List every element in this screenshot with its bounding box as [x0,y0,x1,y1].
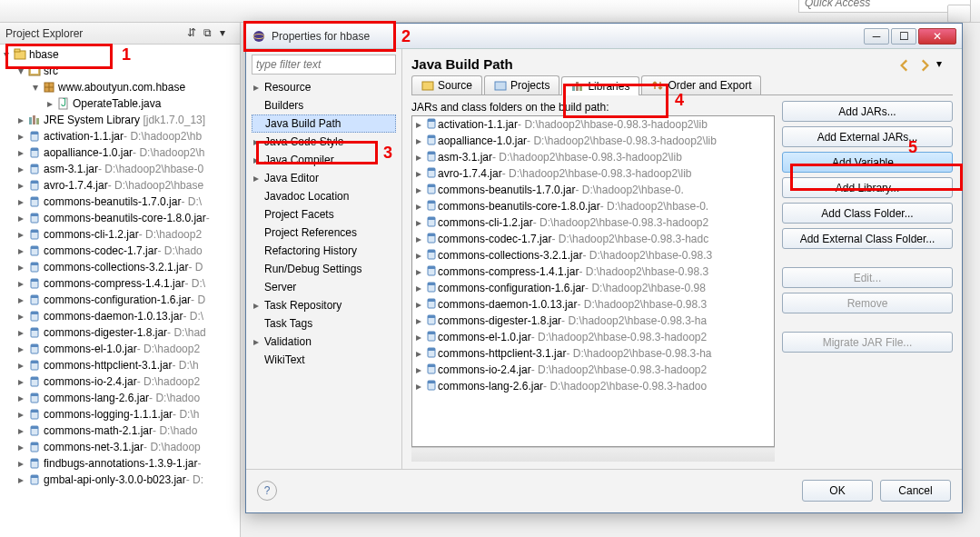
jar-item[interactable]: ▸commons-configuration-1.6.jar - D [0,292,240,308]
add-external-jars-button[interactable]: Add External JARs... [782,126,953,147]
tab-libraries[interactable]: Libraries [561,76,639,95]
tab-source[interactable]: Source [411,75,482,94]
buildpath-jar-row[interactable]: ▸commons-configuration-1.6.jar - D:\hado… [412,280,774,296]
category-item[interactable]: Java Build Path [252,114,396,133]
src-folder[interactable]: ▾ src [0,63,240,79]
chevron-right-icon[interactable]: ▸ [18,130,27,143]
buildpath-jar-row[interactable]: ▸asm-3.1.jar - D:\hadoop2\hbase-0.98.3-h… [412,149,774,165]
edit-button[interactable]: Edit... [782,267,953,288]
jar-item[interactable]: ▸gmbal-api-only-3.0.0-b023.jar - D: [0,472,240,488]
jars-list[interactable]: ▸activation-1.1.jar - D:\hadoop2\hbase-0… [411,115,775,447]
category-item[interactable]: Builders [252,96,396,114]
chevron-right-icon[interactable]: ▸ [416,249,425,262]
category-item[interactable]: ▸Java Compiler [252,151,396,169]
java-file[interactable]: ▸ J OperateTable.java [0,95,240,112]
dialog-titlebar[interactable]: Properties for hbase ─ ☐ ✕ [246,24,962,49]
chevron-right-icon[interactable]: ▸ [18,473,27,486]
chevron-right-icon[interactable]: ▸ [416,314,425,327]
category-item[interactable]: Task Tags [252,314,396,333]
chevron-right-icon[interactable]: ▸ [47,97,56,110]
chevron-right-icon[interactable]: ▸ [18,441,27,453]
explorer-tree[interactable]: ▾ hbase ▾ src ▾ www.aboutyun.com.hbase ▸… [0,45,240,535]
package-node[interactable]: ▾ www.aboutyun.com.hbase [0,79,240,95]
chevron-right-icon[interactable]: ▸ [18,310,27,323]
add-jars-button[interactable]: Add JARs... [782,101,953,122]
chevron-right-icon[interactable]: ▸ [416,282,425,294]
jar-item[interactable]: ▸commons-io-2.4.jar - D:\hadoop2 [0,373,240,390]
jar-item[interactable]: ▸commons-logging-1.1.1.jar - D:\h [0,406,240,423]
add-class-folder-button[interactable]: Add Class Folder... [782,203,953,224]
jar-item[interactable]: ▸asm-3.1.jar - D:\hadoop2\hbase-0 [0,161,240,177]
chevron-right-icon[interactable]: ▸ [18,195,27,208]
chevron-right-icon[interactable]: ▸ [253,335,262,348]
jre-library[interactable]: ▸ JRE System Library [jdk1.7.0_13] [0,112,240,128]
chevron-right-icon[interactable]: ▸ [416,347,425,360]
jar-item[interactable]: ▸commons-compress-1.4.1.jar - D:\ [0,275,240,292]
chevron-down-icon[interactable]: ▾ [4,48,13,61]
jar-item[interactable]: ▸aopalliance-1.0.jar - D:\hadoop2\h [0,144,240,161]
jar-item[interactable]: ▸commons-cli-1.2.jar - D:\hadoop2 [0,226,240,243]
category-item[interactable]: Project Facets [252,205,396,224]
chevron-right-icon[interactable]: ▸ [416,265,425,278]
dropdown-arrow-icon[interactable]: ▾ [936,57,953,72]
jar-item[interactable]: ▸commons-digester-1.8.jar - D:\had [0,324,240,341]
category-item[interactable]: Server [252,278,396,296]
jar-item[interactable]: ▸commons-beanutils-core-1.8.0.jar - [0,210,240,226]
chevron-right-icon[interactable]: ▸ [18,114,27,126]
jar-item[interactable]: ▸commons-math-2.1.jar - D:\hado [0,423,240,439]
add-variable-button[interactable]: Add Variable... [782,152,953,173]
migrate-jar-button[interactable]: Migrate JAR File... [782,332,953,353]
chevron-right-icon[interactable]: ▸ [253,299,262,312]
chevron-down-icon[interactable]: ▾ [18,65,27,77]
jar-item[interactable]: ▸commons-el-1.0.jar - D:\hadoop2 [0,341,240,357]
buildpath-jar-row[interactable]: ▸commons-compress-1.4.1.jar - D:\hadoop2… [412,264,774,280]
chevron-right-icon[interactable]: ▸ [416,331,425,343]
perspective-button[interactable] [947,5,971,23]
chevron-right-icon[interactable]: ▸ [18,392,27,404]
help-icon[interactable]: ? [257,481,277,501]
chevron-right-icon[interactable]: ▸ [18,408,27,421]
chevron-right-icon[interactable]: ▸ [416,167,425,180]
tab-projects[interactable]: Projects [484,75,559,94]
horizontal-scrollbar[interactable] [411,447,775,462]
buildpath-jar-row[interactable]: ▸commons-beanutils-1.7.0.jar - D:\hadoop… [412,182,774,198]
chevron-right-icon[interactable]: ▸ [416,298,425,311]
jar-item[interactable]: ▸commons-collections-3.2.1.jar - D [0,259,240,275]
chevron-right-icon[interactable]: ▸ [253,172,262,184]
chevron-right-icon[interactable]: ▸ [18,326,27,339]
chevron-right-icon[interactable]: ▸ [18,277,27,290]
jar-item[interactable]: ▸commons-net-3.1.jar - D:\hadoop [0,439,240,455]
buildpath-jar-row[interactable]: ▸commons-beanutils-core-1.8.0.jar - D:\h… [412,198,774,214]
category-item[interactable]: Javadoc Location [252,187,396,205]
jar-item[interactable]: ▸commons-lang-2.6.jar - D:\hadoo [0,390,240,406]
chevron-right-icon[interactable]: ▸ [416,134,425,147]
tab-order-and-export[interactable]: Order and Export [641,75,761,94]
buildpath-jar-row[interactable]: ▸commons-el-1.0.jar - D:\hadoop2\hbase-0… [412,329,774,345]
chevron-right-icon[interactable]: ▸ [416,200,425,213]
view-menu-icon[interactable]: ▾ [220,26,234,41]
category-tree[interactable]: ▸ResourceBuildersJava Build Path▸Java Co… [252,78,396,369]
minimize-button[interactable]: ─ [864,28,889,45]
chevron-right-icon[interactable]: ▸ [18,424,27,437]
jar-item[interactable]: ▸commons-codec-1.7.jar - D:\hado [0,243,240,259]
chevron-right-icon[interactable]: ▸ [18,261,27,273]
chevron-right-icon[interactable]: ▸ [416,380,425,393]
project-node[interactable]: ▾ hbase [0,46,240,63]
buildpath-jar-row[interactable]: ▸commons-cli-1.2.jar - D:\hadoop2\hbase-… [412,214,774,231]
buildpath-jar-row[interactable]: ▸commons-daemon-1.0.13.jar - D:\hadoop2\… [412,296,774,313]
chevron-down-icon[interactable]: ▾ [33,81,42,94]
jar-item[interactable]: ▸commons-beanutils-1.7.0.jar - D:\ [0,194,240,210]
chevron-right-icon[interactable]: ▸ [18,146,27,159]
ok-button[interactable]: OK [802,480,873,502]
close-button[interactable]: ✕ [918,28,956,45]
buildpath-jar-row[interactable]: ▸aopalliance-1.0.jar - D:\hadoop2\hbase-… [412,133,774,149]
chevron-right-icon[interactable]: ▸ [18,457,27,470]
buildpath-jar-row[interactable]: ▸commons-collections-3.2.1.jar - D:\hado… [412,247,774,264]
buildpath-jar-row[interactable]: ▸commons-digester-1.8.jar - D:\hadoop2\h… [412,313,774,329]
category-item[interactable]: ▸Java Editor [252,169,396,187]
chevron-right-icon[interactable]: ▸ [18,244,27,257]
chevron-right-icon[interactable]: ▸ [18,375,27,388]
jar-item[interactable]: ▸findbugs-annotations-1.3.9-1.jar - [0,455,240,472]
chevron-right-icon[interactable]: ▸ [18,359,27,372]
chevron-right-icon[interactable]: ▸ [416,233,425,245]
